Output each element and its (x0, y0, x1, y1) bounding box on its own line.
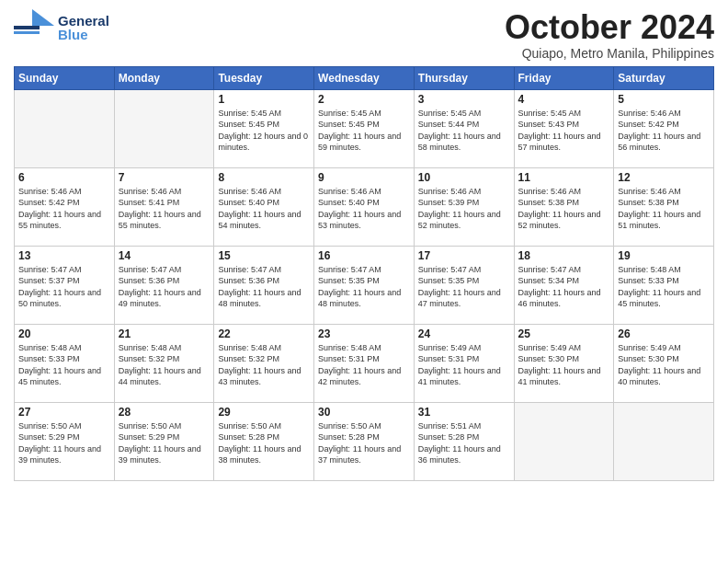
table-row (15, 89, 115, 167)
cell-text: Sunrise: 5:49 AM Sunset: 5:30 PM Dayligh… (518, 342, 610, 388)
table-row: 28Sunrise: 5:50 AM Sunset: 5:29 PM Dayli… (114, 402, 214, 480)
col-sunday: Sunday (15, 66, 115, 89)
cell-text: Sunrise: 5:50 AM Sunset: 5:28 PM Dayligh… (318, 420, 410, 466)
day-number: 20 (18, 327, 110, 340)
day-number: 23 (318, 327, 410, 340)
table-row: 8Sunrise: 5:46 AM Sunset: 5:40 PM Daylig… (214, 167, 314, 246)
svg-marker-1 (32, 9, 54, 26)
day-number: 18 (518, 249, 610, 262)
table-row: 10Sunrise: 5:46 AM Sunset: 5:39 PM Dayli… (414, 167, 514, 246)
cell-text: Sunrise: 5:47 AM Sunset: 5:35 PM Dayligh… (318, 264, 410, 310)
page-header: General Blue October 2024 Quiapo, Metro … (14, 9, 714, 61)
table-row: 4Sunrise: 5:45 AM Sunset: 5:43 PM Daylig… (514, 89, 614, 167)
table-row: 29Sunrise: 5:50 AM Sunset: 5:28 PM Dayli… (214, 402, 314, 480)
table-row: 3Sunrise: 5:45 AM Sunset: 5:44 PM Daylig… (414, 89, 514, 167)
table-row: 13Sunrise: 5:47 AM Sunset: 5:37 PM Dayli… (15, 246, 115, 324)
day-number: 29 (218, 406, 310, 419)
cell-text: Sunrise: 5:47 AM Sunset: 5:36 PM Dayligh… (218, 264, 310, 310)
table-row: 17Sunrise: 5:47 AM Sunset: 5:35 PM Dayli… (414, 246, 514, 324)
table-row: 24Sunrise: 5:49 AM Sunset: 5:31 PM Dayli… (414, 324, 514, 402)
table-row: 31Sunrise: 5:51 AM Sunset: 5:28 PM Dayli… (414, 402, 514, 480)
table-row (614, 402, 714, 480)
title-block: October 2024 Quiapo, Metro Manila, Phili… (505, 9, 714, 61)
logo-general: General (58, 14, 109, 28)
cell-text: Sunrise: 5:46 AM Sunset: 5:38 PM Dayligh… (618, 186, 710, 232)
day-number: 5 (618, 93, 710, 106)
cell-text: Sunrise: 5:47 AM Sunset: 5:34 PM Dayligh… (518, 264, 610, 310)
cell-text: Sunrise: 5:46 AM Sunset: 5:39 PM Dayligh… (418, 186, 510, 232)
table-row: 20Sunrise: 5:48 AM Sunset: 5:33 PM Dayli… (15, 324, 115, 402)
day-number: 4 (518, 93, 610, 106)
cell-text: Sunrise: 5:50 AM Sunset: 5:29 PM Dayligh… (119, 420, 210, 466)
table-row: 15Sunrise: 5:47 AM Sunset: 5:36 PM Dayli… (214, 246, 314, 324)
day-number: 25 (518, 327, 610, 340)
table-row: 26Sunrise: 5:49 AM Sunset: 5:30 PM Dayli… (614, 324, 714, 402)
cell-text: Sunrise: 5:45 AM Sunset: 5:44 PM Dayligh… (418, 108, 510, 154)
day-number: 30 (318, 406, 410, 419)
col-thursday: Thursday (414, 66, 514, 89)
cell-text: Sunrise: 5:46 AM Sunset: 5:42 PM Dayligh… (618, 108, 710, 154)
table-row (114, 89, 214, 167)
day-number: 22 (218, 327, 310, 340)
logo: General Blue (14, 9, 109, 46)
day-number: 8 (218, 171, 310, 184)
day-number: 3 (418, 93, 510, 106)
logo-text: General Blue (58, 14, 109, 41)
location: Quiapo, Metro Manila, Philippines (505, 46, 714, 61)
day-number: 6 (18, 171, 110, 184)
cell-text: Sunrise: 5:45 AM Sunset: 5:43 PM Dayligh… (518, 108, 610, 154)
col-monday: Monday (114, 66, 214, 89)
table-row: 9Sunrise: 5:46 AM Sunset: 5:40 PM Daylig… (314, 167, 415, 246)
cell-text: Sunrise: 5:50 AM Sunset: 5:29 PM Dayligh… (18, 420, 110, 466)
cell-text: Sunrise: 5:45 AM Sunset: 5:45 PM Dayligh… (318, 108, 410, 154)
cell-text: Sunrise: 5:48 AM Sunset: 5:31 PM Dayligh… (318, 342, 410, 388)
table-row: 1Sunrise: 5:45 AM Sunset: 5:45 PM Daylig… (214, 89, 314, 167)
cell-text: Sunrise: 5:46 AM Sunset: 5:40 PM Dayligh… (318, 186, 410, 232)
col-wednesday: Wednesday (314, 66, 415, 89)
cell-text: Sunrise: 5:46 AM Sunset: 5:38 PM Dayligh… (518, 186, 610, 232)
day-number: 9 (318, 171, 410, 184)
table-row: 21Sunrise: 5:48 AM Sunset: 5:32 PM Dayli… (114, 324, 214, 402)
svg-rect-2 (14, 31, 40, 34)
table-row: 30Sunrise: 5:50 AM Sunset: 5:28 PM Dayli… (314, 402, 415, 480)
cell-text: Sunrise: 5:48 AM Sunset: 5:33 PM Dayligh… (18, 342, 110, 388)
table-row (514, 402, 614, 480)
cell-text: Sunrise: 5:48 AM Sunset: 5:33 PM Dayligh… (618, 264, 710, 310)
col-tuesday: Tuesday (214, 66, 314, 89)
table-row: 11Sunrise: 5:46 AM Sunset: 5:38 PM Dayli… (514, 167, 614, 246)
logo-icon (14, 9, 54, 46)
day-number: 24 (418, 327, 510, 340)
day-number: 13 (18, 249, 110, 262)
day-number: 21 (119, 327, 210, 340)
table-row: 2Sunrise: 5:45 AM Sunset: 5:45 PM Daylig… (314, 89, 415, 167)
table-row: 27Sunrise: 5:50 AM Sunset: 5:29 PM Dayli… (15, 402, 115, 480)
day-number: 7 (119, 171, 210, 184)
cell-text: Sunrise: 5:46 AM Sunset: 5:41 PM Dayligh… (119, 186, 210, 232)
table-row: 23Sunrise: 5:48 AM Sunset: 5:31 PM Dayli… (314, 324, 415, 402)
table-row: 12Sunrise: 5:46 AM Sunset: 5:38 PM Dayli… (614, 167, 714, 246)
logo-blue: Blue (58, 28, 109, 41)
table-row: 19Sunrise: 5:48 AM Sunset: 5:33 PM Dayli… (614, 246, 714, 324)
cell-text: Sunrise: 5:49 AM Sunset: 5:31 PM Dayligh… (418, 342, 510, 388)
table-row: 6Sunrise: 5:46 AM Sunset: 5:42 PM Daylig… (15, 167, 115, 246)
table-row: 18Sunrise: 5:47 AM Sunset: 5:34 PM Dayli… (514, 246, 614, 324)
day-number: 26 (618, 327, 710, 340)
cell-text: Sunrise: 5:48 AM Sunset: 5:32 PM Dayligh… (119, 342, 210, 388)
cell-text: Sunrise: 5:46 AM Sunset: 5:42 PM Dayligh… (18, 186, 110, 232)
day-number: 16 (318, 249, 410, 262)
month-title: October 2024 (505, 9, 714, 46)
cell-text: Sunrise: 5:50 AM Sunset: 5:28 PM Dayligh… (218, 420, 310, 466)
cell-text: Sunrise: 5:47 AM Sunset: 5:37 PM Dayligh… (18, 264, 110, 310)
cell-text: Sunrise: 5:51 AM Sunset: 5:28 PM Dayligh… (418, 420, 510, 466)
cell-text: Sunrise: 5:47 AM Sunset: 5:35 PM Dayligh… (418, 264, 510, 310)
cell-text: Sunrise: 5:47 AM Sunset: 5:36 PM Dayligh… (119, 264, 210, 310)
day-number: 28 (119, 406, 210, 419)
day-number: 12 (618, 171, 710, 184)
table-row: 22Sunrise: 5:48 AM Sunset: 5:32 PM Dayli… (214, 324, 314, 402)
day-number: 1 (218, 93, 310, 106)
cell-text: Sunrise: 5:46 AM Sunset: 5:40 PM Dayligh… (218, 186, 310, 232)
calendar-header: Sunday Monday Tuesday Wednesday Thursday… (15, 66, 714, 89)
table-row: 16Sunrise: 5:47 AM Sunset: 5:35 PM Dayli… (314, 246, 415, 324)
day-number: 2 (318, 93, 410, 106)
calendar: Sunday Monday Tuesday Wednesday Thursday… (14, 66, 714, 481)
